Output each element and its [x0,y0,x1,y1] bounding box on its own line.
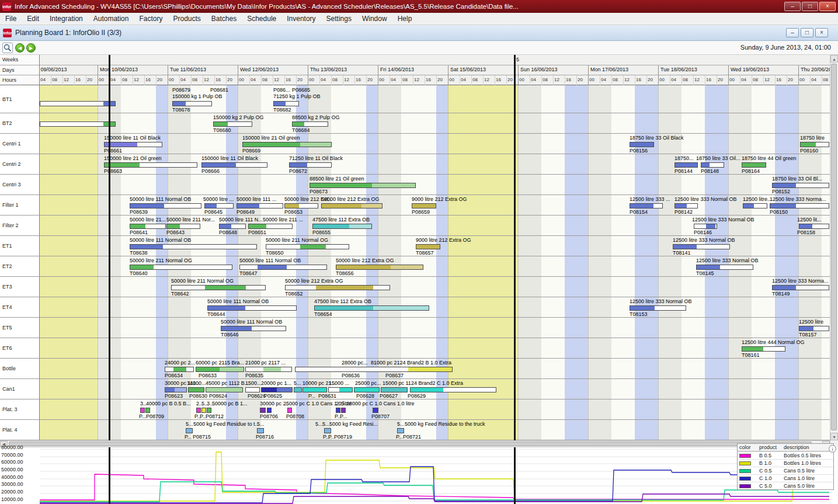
gantt-bar[interactable] [310,183,416,188]
gantt-bar[interactable] [248,224,293,229]
gantt-bar[interactable] [321,203,383,208]
gantt-bar[interactable] [237,203,283,208]
vertical-scroll-thumb[interactable] [831,64,837,430]
vertical-scrollbar[interactable]: ▲ ▼ [830,55,838,440]
gantt-bar[interactable] [772,285,829,290]
gantt-bar[interactable] [742,162,766,168]
gantt-bar[interactable] [266,244,349,249]
resource-label[interactable]: Bottle [0,359,40,379]
menu-item-schedule[interactable]: Schedule [242,13,281,24]
gantt-bar[interactable] [314,305,429,311]
gantt-bar[interactable] [373,408,378,413]
resource-label[interactable]: ET1 [0,236,40,256]
gantt-bar[interactable] [186,428,193,433]
gantt-bar[interactable] [273,101,299,106]
scroll-down-button[interactable]: ▼ [830,433,838,440]
gantt-bar[interactable] [165,387,187,392]
gantt-bar[interactable] [221,326,286,331]
gantt-bar[interactable] [284,203,318,208]
navigate-forward-button[interactable]: ▶ [26,43,36,53]
gantt-bar[interactable] [261,387,293,392]
gantt-bar[interactable] [416,244,440,249]
zoom-button[interactable] [2,43,13,53]
gantt-bar[interactable] [701,162,724,168]
gantt-bar[interactable] [324,428,331,433]
menu-item-help[interactable]: Help [392,13,418,24]
horizontal-scrollbar[interactable]: ◀ ▶ [0,440,830,447]
gantt-bar[interactable] [674,203,698,208]
gantt-bar[interactable] [630,305,686,311]
gantt-bar[interactable] [104,142,162,147]
gantt-bar[interactable] [201,162,267,168]
gantt-bar[interactable] [694,224,717,229]
gantt-bar[interactable] [412,203,436,208]
gantt-bar[interactable] [772,183,829,188]
gantt-bar[interactable] [207,408,211,413]
gantt-bar[interactable] [673,244,730,249]
gantt-bar[interactable] [696,265,753,270]
gantt-bar[interactable] [630,142,654,147]
menu-item-edit[interactable]: Edit [22,13,44,24]
menu-item-batches[interactable]: Batches [206,13,242,24]
menu-item-products[interactable]: Products [168,13,206,24]
resource-label[interactable]: Can1 [0,379,40,399]
gantt-bar[interactable] [743,203,767,208]
resource-label[interactable]: ET5 [0,318,40,338]
gantt-bar[interactable] [242,142,332,147]
resource-label[interactable]: Centri 3 [0,175,40,195]
gantt-bar[interactable] [206,387,243,392]
gantt-bar[interactable] [196,367,244,372]
gantt-bar[interactable] [40,121,116,127]
close-button[interactable]: × [819,2,836,11]
gantt-bar[interactable] [245,367,292,372]
gantt-bar[interactable] [165,367,194,372]
gantt-bar[interactable] [213,121,252,127]
resource-label[interactable]: ET2 [0,256,40,277]
resource-label[interactable]: Centri 2 [0,154,40,175]
gantt-bar[interactable] [630,203,663,208]
board-restore-button[interactable]: □ [801,28,813,37]
gantt-bar[interactable] [295,367,453,372]
menu-item-settings[interactable]: Settings [321,13,357,24]
gantt-bar[interactable] [171,285,266,290]
info-icon[interactable]: i [829,445,836,453]
gantt-bar[interactable] [294,387,302,392]
gantt-bar[interactable] [285,285,390,290]
resource-label[interactable]: Centri 1 [0,134,40,154]
gantt-bar[interactable] [302,387,327,392]
resource-label[interactable]: ET6 [0,338,40,359]
gantt-bar[interactable] [239,265,327,270]
gantt-bar[interactable] [104,162,197,168]
gantt-bar[interactable] [130,265,232,270]
gantt-bar[interactable] [245,387,260,392]
gantt-bar[interactable] [145,408,150,413]
gantt-bar[interactable] [410,387,496,392]
gantt-bar[interactable] [674,162,698,168]
gantt-bar[interactable] [166,224,200,229]
gantt-bar[interactable] [196,408,201,413]
navigate-back-button[interactable]: ◀ [15,43,25,53]
horizontal-scroll-thumb[interactable] [9,442,812,446]
gantt-bar[interactable] [289,162,332,168]
gantt-bar[interactable] [40,101,116,106]
board-close-button[interactable]: × [815,28,828,37]
resource-label[interactable]: Plat. 4 [0,420,40,440]
minimize-button[interactable]: – [784,2,801,11]
gantt-bar[interactable] [130,244,257,249]
menu-item-window[interactable]: Window [357,13,392,24]
gantt-bar[interactable] [257,428,264,433]
gantt-bar[interactable] [336,408,340,413]
resource-label[interactable]: BT2 [0,113,40,134]
gantt-bar[interactable] [204,203,234,208]
gantt-bar[interactable] [312,224,372,229]
gantt-bar[interactable] [381,387,408,392]
gantt-bar[interactable] [292,121,328,127]
gantt-bar[interactable] [140,408,145,413]
gantt-bar[interactable] [336,265,423,270]
gantt-bar[interactable] [341,408,346,413]
maximize-button[interactable]: □ [802,2,818,11]
gantt-bar[interactable] [354,387,380,392]
resource-label[interactable]: ET3 [0,277,40,297]
gantt-bar[interactable] [130,224,166,229]
gantt-bar[interactable] [799,326,829,331]
